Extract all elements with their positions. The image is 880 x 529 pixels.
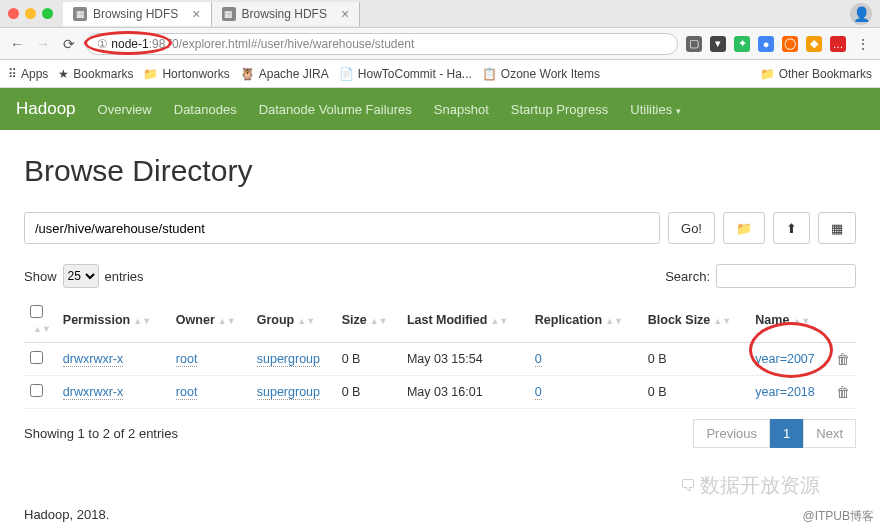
col-size[interactable]: Size [342,313,367,327]
close-window-icon[interactable] [8,8,19,19]
ext-icon[interactable]: ◯ [782,36,798,52]
sort-icon[interactable]: ▲▼ [133,318,151,324]
sort-icon[interactable]: ▲▼ [218,318,236,324]
close-tab-icon[interactable]: × [192,6,200,22]
permission-link[interactable]: drwxrwxr-x [63,385,123,400]
back-button[interactable]: ← [8,35,26,53]
table-row: drwxrwxr-xrootsupergroup0 BMay 03 16:010… [24,376,856,409]
bookmark-item[interactable]: ★ Bookmarks [58,67,133,81]
sort-icon[interactable]: ▲▼ [490,318,508,324]
bookmark-item[interactable]: 📋 Ozone Work Items [482,67,600,81]
owner-link[interactable]: root [176,352,198,367]
ext-icon[interactable]: ◆ [806,36,822,52]
upload-button[interactable]: ⬆ [773,212,810,244]
col-owner[interactable]: Owner [176,313,215,327]
sort-icon[interactable]: ▲▼ [605,318,623,324]
close-tab-icon[interactable]: × [341,6,349,22]
nav-startup-progress[interactable]: Startup Progress [511,102,609,117]
search-input[interactable] [716,264,856,288]
permission-link[interactable]: drwxrwxr-x [63,352,123,367]
owner-link[interactable]: root [176,385,198,400]
tab-0[interactable]: ▦ Browsing HDFS × [63,2,212,26]
row-checkbox[interactable] [30,351,43,364]
watermark-sub: @ITPUB博客 [802,508,874,525]
minimize-window-icon[interactable] [25,8,36,19]
bookmarks-bar: ⠿ Apps ★ Bookmarks 📁 Hortonworks 🦉 Apach… [0,60,880,88]
watermark: 🗨数据开放资源 [680,472,820,499]
evernote-icon[interactable]: ✦ [734,36,750,52]
size-cell: 0 B [336,343,401,376]
group-link[interactable]: supergroup [257,352,320,367]
bookmark-item[interactable]: 📄 HowToCommit - Ha... [339,67,472,81]
tab-title: Browsing HDFS [242,7,327,21]
tab-1[interactable]: ▦ Browsing HDFS × [212,2,361,26]
address-bar: ← → ⟳ ① node-1:9870/explorer.html#/user/… [0,28,880,60]
delete-icon[interactable]: 🗑 [836,351,850,367]
reload-button[interactable]: ⟳ [60,35,78,53]
show-label: Show [24,269,57,284]
col-blocksize[interactable]: Block Size [648,313,711,327]
col-replication[interactable]: Replication [535,313,602,327]
url-field[interactable]: ① node-1:9870/explorer.html#/user/hive/w… [86,33,678,55]
col-name[interactable]: Name [755,313,789,327]
new-dir-button[interactable]: ▦ [818,212,856,244]
folder-icon: 📁 [736,221,752,236]
bookmark-item[interactable]: 📁 Hortonworks [143,67,229,81]
apps-button[interactable]: ⠿ Apps [8,67,48,81]
prev-button[interactable]: Previous [693,419,770,448]
page-title: Browse Directory [24,154,856,188]
sort-icon[interactable]: ▲▼ [713,318,731,324]
replication-link[interactable]: 0 [535,385,542,400]
group-link[interactable]: supergroup [257,385,320,400]
pagination: Previous 1 Next [693,419,856,448]
grid-icon: ▦ [831,221,843,236]
page-1-button[interactable]: 1 [770,419,803,448]
row-checkbox[interactable] [30,384,43,397]
replication-link[interactable]: 0 [535,352,542,367]
select-all-checkbox[interactable] [30,305,43,318]
blocksize-cell: 0 B [642,343,750,376]
blocksize-cell: 0 B [642,376,750,409]
brand[interactable]: Hadoop [16,99,76,119]
entries-label: entries [105,269,144,284]
sort-icon[interactable]: ▲▼ [33,326,51,332]
delete-icon[interactable]: 🗑 [836,384,850,400]
sort-icon[interactable]: ▲▼ [792,318,810,324]
menu-icon[interactable]: ⋮ [854,35,872,53]
window-titlebar: ▦ Browsing HDFS × ▦ Browsing HDFS × 👤 [0,0,880,28]
sort-icon[interactable]: ▲▼ [370,318,388,324]
name-link[interactable]: year=2018 [755,385,814,399]
forward-button[interactable]: → [34,35,52,53]
next-button[interactable]: Next [803,419,856,448]
cast-icon[interactable]: ▢ [686,36,702,52]
url-path: /explorer.html#/user/hive/warehouse/stud… [179,37,414,51]
bookmark-item[interactable]: 🦉 Apache JIRA [240,67,329,81]
col-permission[interactable]: Permission [63,313,130,327]
nav-snapshot[interactable]: Snapshot [434,102,489,117]
name-link[interactable]: year=2007 [755,352,814,366]
page-favicon: ▦ [222,7,236,21]
entries-select[interactable]: 25 [63,264,99,288]
nav-volume-failures[interactable]: Datanode Volume Failures [259,102,412,117]
table-row: drwxrwxr-xrootsupergroup0 BMay 03 15:540… [24,343,856,376]
nav-overview[interactable]: Overview [98,102,152,117]
nav-datanodes[interactable]: Datanodes [174,102,237,117]
search-label: Search: [665,269,710,284]
nav-utilities[interactable]: Utilities ▾ [630,102,681,117]
col-group[interactable]: Group [257,313,295,327]
sort-icon[interactable]: ▲▼ [297,318,315,324]
hadoop-navbar: Hadoop Overview Datanodes Datanode Volum… [0,88,880,130]
tab-title: Browsing HDFS [93,7,178,21]
size-cell: 0 B [336,376,401,409]
profile-icon[interactable]: 👤 [850,3,872,25]
other-bookmarks[interactable]: 📁 Other Bookmarks [760,67,872,81]
maximize-window-icon[interactable] [42,8,53,19]
path-input[interactable] [24,212,660,244]
go-button[interactable]: Go! [668,212,715,244]
col-modified[interactable]: Last Modified [407,313,488,327]
pocket-icon[interactable]: ▾ [710,36,726,52]
ext-icon[interactable]: ● [758,36,774,52]
file-table: ▲▼ Permission▲▼ Owner▲▼ Group▲▼ Size▲▼ L… [24,298,856,409]
parent-dir-button[interactable]: 📁 [723,212,765,244]
lastpass-icon[interactable]: … [830,36,846,52]
